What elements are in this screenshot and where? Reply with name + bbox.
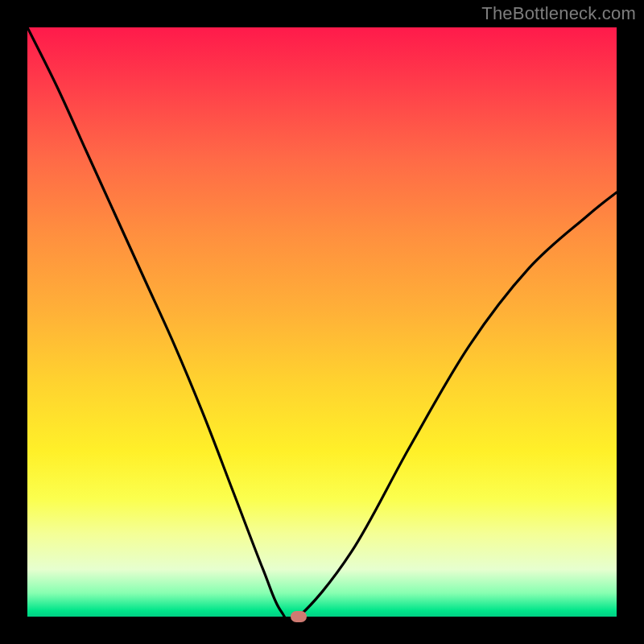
chart-frame: TheBottleneck.com (0, 0, 644, 644)
bottleneck-curve (27, 27, 617, 617)
watermark-text: TheBottleneck.com (481, 3, 636, 24)
minimum-marker (291, 611, 307, 622)
plot-area (27, 27, 617, 617)
